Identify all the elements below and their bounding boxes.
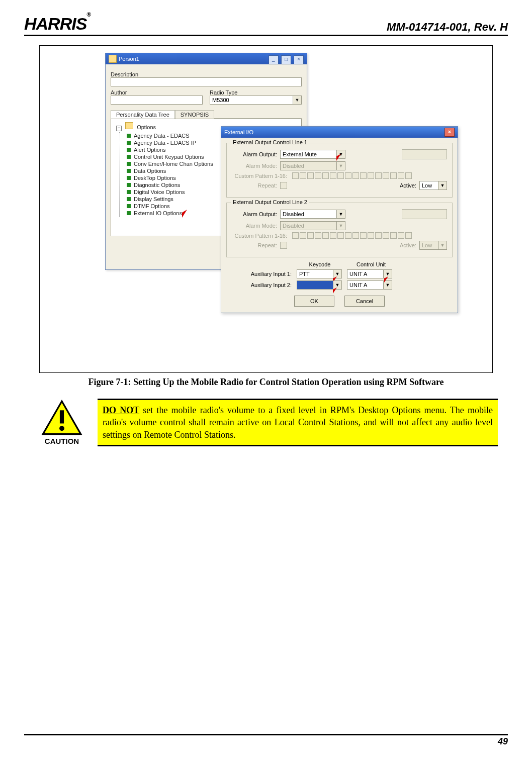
pattern-checkboxes	[292, 172, 412, 179]
alarm-output-2-value[interactable]	[280, 210, 337, 219]
leaf-icon	[127, 155, 131, 159]
leaf-icon	[127, 162, 131, 166]
figure-caption: Figure 7-1: Setting Up the Mobile Radio …	[24, 377, 508, 388]
repeat-label: Repeat:	[232, 182, 277, 188]
pattern-checkboxes	[292, 232, 412, 239]
aux2-unit-combo[interactable]: ▼	[347, 280, 392, 290]
caution-label: CAUTION	[45, 437, 79, 445]
aux2-label: Auxiliary Input 2:	[241, 282, 292, 288]
leaf-icon	[127, 169, 131, 173]
svg-rect-6	[60, 410, 64, 423]
expand-icon[interactable]: −	[116, 126, 122, 131]
leaf-icon	[127, 176, 131, 180]
document-id: MM-014714-001, Rev. H	[387, 21, 508, 34]
external-io-dialog: External I/O × External Output Control L…	[221, 126, 458, 313]
page-footer: 49	[24, 734, 508, 747]
alarm-mode-label: Alarm Mode:	[232, 223, 277, 229]
aux1-unit-combo[interactable]: ▼	[347, 269, 392, 278]
registered-mark: ®	[86, 11, 91, 18]
alarm-output-1-combo[interactable]: ▼	[280, 150, 345, 159]
active-2-value	[419, 241, 438, 250]
window-controls: _ □ ×	[268, 53, 304, 64]
aux1-keycode-combo[interactable]: ▼	[297, 269, 342, 278]
leaf-icon	[127, 197, 131, 201]
minimize-button[interactable]: _	[269, 55, 279, 64]
leaf-icon	[127, 141, 131, 145]
chevron-down-icon: ▼	[337, 221, 345, 230]
alarm-mode-2-combo: ▼	[280, 221, 345, 230]
aux2-unit-value[interactable]	[347, 280, 384, 290]
aux1-unit-value[interactable]	[347, 269, 384, 278]
active-label: Active:	[400, 182, 416, 188]
tab-synopsis[interactable]: SYNOPSIS	[175, 110, 214, 119]
leaf-icon	[127, 190, 131, 194]
svg-point-7	[59, 426, 64, 431]
repeat-label: Repeat:	[232, 242, 277, 248]
caution-block: CAUTION DO NOT set the mobile radio's vo…	[34, 399, 498, 446]
radio-type-label: Radio Type	[210, 89, 302, 96]
red-arrow-icon	[181, 209, 191, 219]
alarm-mode-1-combo: ▼	[280, 161, 345, 170]
chevron-down-icon[interactable]: ▼	[333, 280, 342, 290]
ok-button[interactable]: OK	[294, 296, 334, 307]
chevron-down-icon[interactable]: ▼	[384, 269, 392, 278]
svg-marker-0	[182, 210, 187, 218]
chevron-down-icon[interactable]: ▼	[293, 96, 302, 105]
aux1-keycode-value[interactable]	[297, 269, 333, 278]
person1-title: Person1	[119, 53, 139, 64]
tree-root-label[interactable]: Options	[137, 124, 156, 130]
caution-body: set the mobile radio's volume to a fixed…	[103, 405, 493, 440]
external-io-titlebar[interactable]: External I/O ×	[221, 127, 458, 138]
radio-type-value[interactable]	[210, 96, 293, 105]
alarm-output-1-value[interactable]	[280, 150, 337, 159]
alarm-output-2-combo[interactable]: ▼	[280, 210, 345, 219]
alarm-mode-1-value	[280, 161, 337, 170]
chevron-down-icon: ▼	[438, 241, 447, 250]
window-icon	[109, 55, 117, 63]
chevron-down-icon[interactable]: ▼	[337, 210, 345, 219]
custom-pattern-label: Custom Pattern 1-16:	[232, 173, 287, 179]
alarm-output-label: Alarm Output:	[232, 211, 277, 217]
alarm-mode-label: Alarm Mode:	[232, 163, 277, 169]
test-button-disabled	[402, 149, 447, 159]
active-1-combo[interactable]: ▼	[419, 181, 447, 190]
custom-pattern-label: Custom Pattern 1-16:	[232, 233, 287, 239]
tab-strip: Personality Data Tree SYNOPSIS	[111, 110, 302, 119]
external-io-title: External I/O	[224, 127, 253, 138]
group1-title: External Output Control Line 1	[231, 139, 309, 145]
group-output-line-2: External Output Control Line 2 Alarm Out…	[226, 203, 453, 257]
chevron-down-icon[interactable]: ▼	[333, 269, 342, 278]
repeat-checkbox	[280, 182, 287, 189]
aux2-keycode-value[interactable]	[297, 280, 333, 290]
close-button[interactable]: ×	[294, 55, 304, 64]
group2-title: External Output Control Line 2	[231, 199, 309, 205]
figure-frame: Person1 _ □ × Description Author	[39, 45, 493, 373]
caution-icon-col: CAUTION	[34, 399, 90, 446]
radio-type-combo[interactable]: ▼	[210, 96, 302, 105]
repeat-checkbox	[280, 242, 287, 249]
tab-personality-tree[interactable]: Personality Data Tree	[111, 110, 175, 119]
description-label: Description	[111, 71, 302, 77]
author-label: Author	[111, 89, 203, 96]
chevron-down-icon: ▼	[337, 161, 345, 170]
control-unit-header: Control Unit	[348, 261, 394, 267]
leaf-icon	[127, 211, 131, 215]
person1-titlebar[interactable]: Person1 _ □ ×	[106, 53, 307, 64]
description-input[interactable]	[111, 77, 302, 86]
group-output-line-1: External Output Control Line 1 Alarm Out…	[226, 143, 453, 198]
chevron-down-icon[interactable]: ▼	[438, 181, 447, 190]
active-label: Active:	[400, 242, 416, 248]
maximize-button[interactable]: □	[281, 55, 291, 64]
chevron-down-icon[interactable]: ▼	[337, 150, 345, 159]
chevron-down-icon[interactable]: ▼	[384, 280, 392, 290]
close-button[interactable]: ×	[445, 128, 455, 137]
caution-triangle-icon	[41, 400, 82, 436]
aux2-keycode-combo[interactable]: ▼	[297, 280, 342, 290]
author-input[interactable]	[111, 96, 203, 105]
cancel-button[interactable]: Cancel	[344, 296, 385, 307]
alarm-output-label: Alarm Output:	[232, 151, 277, 157]
folder-icon	[125, 122, 133, 129]
caution-donot: DO NOT	[103, 405, 139, 415]
keycode-header: Keycode	[297, 261, 343, 267]
active-1-value[interactable]	[419, 181, 438, 190]
